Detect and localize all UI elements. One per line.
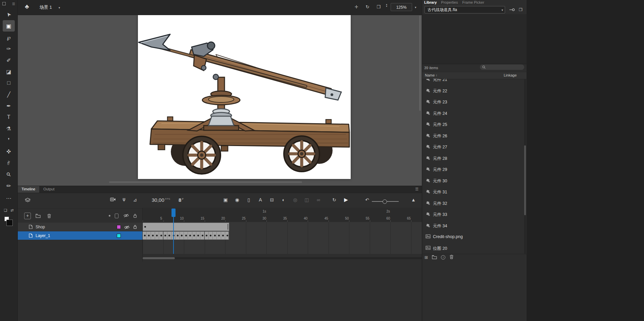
clip-content-icon[interactable]: ❒ (375, 4, 382, 9)
library-item[interactable]: 元件 28 (422, 153, 527, 164)
library-item[interactable]: 元件 31 (422, 186, 527, 198)
onion-skin-icon[interactable]: ◐ (280, 197, 288, 202)
new-folder-button[interactable] (432, 255, 437, 260)
tab-properties[interactable]: Properties (441, 0, 458, 5)
new-layer-button[interactable]: + (24, 213, 31, 219)
playhead[interactable] (171, 209, 176, 217)
edit-multiple-frames-icon[interactable]: ◫ (303, 197, 311, 202)
fluid-brush-tool[interactable]: ✑ (3, 43, 15, 54)
more-tools-button[interactable]: ⋯ (3, 195, 15, 201)
library-item[interactable]: 元件 24 (422, 108, 527, 119)
selection-tool[interactable]: ➤ (3, 9, 15, 20)
library-item[interactable]: 元件 25 (422, 119, 527, 130)
auto-keyframe-icon[interactable]: A (256, 197, 264, 202)
line-tool[interactable]: ╱ (3, 89, 15, 100)
layer-frames[interactable] (143, 231, 422, 240)
keyframe-cell[interactable] (180, 231, 184, 240)
onion-skin-outlines-icon[interactable]: ◎ (291, 197, 299, 202)
stage-pasteboard[interactable] (17, 15, 422, 186)
keyframe-cell[interactable] (192, 231, 196, 240)
keyframe-cell[interactable] (151, 231, 155, 240)
lock-column-icon[interactable] (133, 214, 137, 218)
eraser-tool[interactable]: ◪ (3, 66, 15, 77)
keyframe-cell[interactable] (184, 231, 188, 240)
text-tool[interactable]: T (3, 111, 15, 123)
keyframe-cell[interactable] (143, 231, 147, 240)
library-item[interactable]: 元件 26 (422, 130, 527, 142)
keyframe-cell[interactable] (188, 231, 192, 240)
library-item[interactable]: 位图 20 (422, 243, 527, 254)
item-properties-button[interactable]: i (441, 255, 445, 260)
zoom-stepper[interactable]: ▴ ▾ (385, 3, 389, 7)
new-library-panel-icon[interactable]: ❐ (519, 7, 523, 12)
play-button[interactable]: ▶ (342, 197, 350, 202)
keyframe-cell[interactable] (147, 231, 151, 240)
library-item[interactable]: 元件 30 (422, 175, 527, 187)
zoom-tool[interactable]: ⚲ (3, 169, 15, 180)
library-item[interactable]: 元件 32 (422, 198, 527, 209)
keyframe-cell[interactable] (196, 231, 200, 240)
show-hide-column-icon[interactable] (123, 214, 129, 218)
classic-brush-tool[interactable]: ✐ (3, 54, 15, 66)
pin-library-icon[interactable] (509, 8, 515, 11)
layer-hidden-icon[interactable] (124, 225, 130, 231)
current-frame-display[interactable]: 8F (179, 197, 184, 203)
timeline-zoom-slider[interactable] (372, 201, 399, 202)
paint-bucket-tool[interactable]: ⚗ (3, 123, 15, 134)
keyframe-cell[interactable] (225, 231, 229, 240)
tab-timeline[interactable]: Timeline (17, 186, 39, 193)
library-search[interactable] (480, 64, 524, 70)
pen-tool[interactable]: ✒ (3, 100, 15, 111)
timeline-zoom-fit-icon[interactable]: ▲ (409, 197, 417, 202)
hand-tool[interactable]: ✌ (3, 157, 15, 169)
zoom-level-select[interactable]: 125% (391, 3, 412, 11)
highlight-column-icon[interactable] (109, 215, 110, 217)
timeline-panel-menu-icon[interactable]: ☰ (415, 187, 418, 191)
search-input[interactable] (487, 65, 522, 70)
tab-output[interactable]: Output (39, 186, 58, 193)
new-symbol-button[interactable]: ⊞ (425, 255, 428, 260)
tab-frame-picker[interactable]: Frame Picker (462, 0, 484, 5)
keyframe-cell[interactable] (209, 231, 213, 240)
column-name[interactable]: Name↑ (425, 73, 437, 77)
timeline-ruler[interactable]: 51015202530354045505560651s2s (143, 208, 422, 222)
keyframe-cell[interactable] (176, 231, 180, 240)
free-transform-tool[interactable]: ▣ (3, 20, 15, 32)
keyframe-cell[interactable] (205, 231, 209, 240)
library-item[interactable]: 元件 29 (422, 164, 527, 175)
layer-row[interactable]: Shop (17, 223, 142, 231)
fps-display[interactable]: 30,00FPS (152, 197, 170, 203)
keyframe-cell[interactable] (213, 231, 217, 240)
keyframe-cell[interactable] (221, 231, 225, 240)
keyframe-cell[interactable] (155, 231, 159, 240)
layer-frames[interactable] (143, 223, 422, 231)
layer-color-swatch[interactable] (117, 225, 121, 229)
registration-grid-icon[interactable]: ✛ (353, 4, 360, 9)
center-playhead-icon[interactable]: ↶ (363, 197, 371, 202)
zoom-chevron-icon[interactable]: ▾ (415, 6, 416, 9)
pencil-tool[interactable]: ✏ (3, 180, 15, 191)
insert-keyframe-icon[interactable]: ◉ (233, 197, 241, 202)
eyedropper-tool[interactable]: ❜ (3, 134, 15, 146)
create-tween-icon[interactable]: ∞ (314, 197, 323, 202)
dock-icon[interactable] (2, 2, 6, 5)
asset-warp-tool[interactable]: ✜ (3, 146, 15, 157)
library-item[interactable]: 元件 27 (422, 141, 527, 153)
stroke-color-chip[interactable] (6, 220, 13, 226)
default-colors-icon[interactable]: ❏ (4, 208, 7, 213)
timeline-horizontal-scrollbar[interactable] (143, 257, 422, 259)
delete-layer-button[interactable] (47, 214, 51, 218)
canvas-vertical-scrollbar[interactable] (419, 15, 421, 111)
library-item[interactable]: 元件 34 (422, 220, 527, 232)
layer-row[interactable]: Layer_1 (17, 231, 142, 240)
frame-span[interactable] (143, 223, 229, 231)
loop-playback-icon[interactable]: ↻ (330, 197, 338, 202)
lasso-tool[interactable]: ℘ (3, 32, 15, 43)
delete-item-button[interactable] (449, 255, 454, 260)
scrollbar-thumb[interactable] (524, 145, 526, 215)
layer-lock-icon[interactable] (133, 224, 137, 230)
scrollbar-thumb[interactable] (143, 257, 175, 259)
keyframe-cell[interactable] (200, 231, 204, 240)
rotate-stage-icon[interactable]: ↻ (364, 4, 371, 9)
library-item[interactable]: 元件 23 (422, 96, 527, 108)
